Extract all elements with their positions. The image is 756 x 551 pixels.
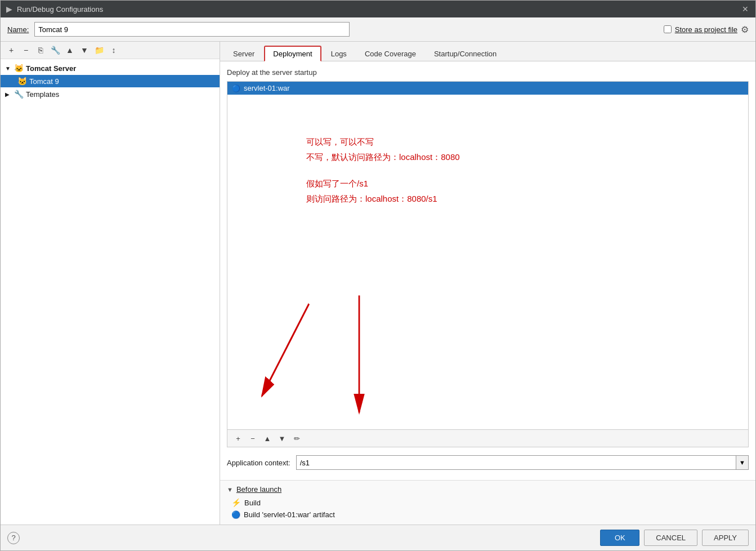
cancel-button[interactable]: CANCEL bbox=[644, 530, 697, 546]
move-down-button[interactable]: ▼ bbox=[78, 44, 91, 56]
deploy-toolbar: + − ▲ ▼ ✏ bbox=[227, 429, 748, 447]
run-debug-window: ▶ Run/Debug Configurations ✕ Name: Store… bbox=[0, 0, 756, 551]
copy-config-button[interactable]: ⎘ bbox=[34, 44, 47, 56]
svg-line-1 bbox=[262, 304, 309, 396]
before-launch-header: ▼ Before launch bbox=[227, 485, 749, 494]
artifact-icon: 🔵 bbox=[232, 85, 240, 92]
before-launch-section: ▼ Before launch ⚡ Build 🔵 Build 'servlet… bbox=[220, 480, 755, 525]
tab-startup-connection[interactable]: Startup/Connection bbox=[426, 46, 505, 61]
deploy-edit-button[interactable]: ✏ bbox=[290, 432, 303, 445]
left-panel: + − ⎘ 🔧 ▲ ▼ 📁 ↕ ▼ 🐱 Tomcat Server bbox=[1, 42, 220, 525]
before-launch-build-label: Build bbox=[244, 499, 261, 507]
tab-deployment[interactable]: Deployment bbox=[264, 46, 321, 61]
right-panel: Server Deployment Logs Code Coverage Sta… bbox=[220, 42, 755, 525]
templates-expand-arrow: ▶ bbox=[5, 91, 12, 97]
tomcat-server-icon: 🐱 bbox=[14, 64, 24, 73]
folder-button[interactable]: 📁 bbox=[93, 44, 105, 56]
artifact-build-icon: 🔵 bbox=[231, 510, 240, 519]
expand-arrow: ▼ bbox=[5, 65, 12, 72]
app-context-input-wrapper: ▼ bbox=[296, 455, 749, 470]
annotation-line-3: 假如写了一个/s1 bbox=[306, 176, 460, 191]
tomcat9-icon: 🐱 bbox=[17, 77, 27, 86]
tomcat-server-group[interactable]: ▼ 🐱 Tomcat Server bbox=[1, 61, 220, 75]
tomcat9-item[interactable]: 🐱 Tomcat 9 bbox=[1, 75, 220, 87]
name-input[interactable] bbox=[34, 22, 350, 37]
annotation-area: 可以写，可以不写 不写，默认访问路径为：localhost：8080 假如写了一… bbox=[227, 95, 748, 429]
title-bar: ▶ Run/Debug Configurations ✕ bbox=[1, 1, 755, 17]
app-context-row: Application context: ▼ bbox=[227, 452, 749, 473]
bottom-bar: ? OK CANCEL APPLY bbox=[1, 525, 755, 550]
apply-button[interactable]: APPLY bbox=[702, 530, 749, 546]
main-content: + − ⎘ 🔧 ▲ ▼ 📁 ↕ ▼ 🐱 Tomcat Server bbox=[1, 42, 755, 525]
annotation-text: 可以写，可以不写 不写，默认访问路径为：localhost：8080 假如写了一… bbox=[306, 134, 460, 206]
before-launch-artifact-label: Build 'servlet-01:war' artifact bbox=[244, 510, 335, 519]
top-bar: Name: Store as project file ⚙ bbox=[1, 17, 755, 42]
store-project-checkbox[interactable] bbox=[664, 25, 672, 33]
deploy-list-item[interactable]: 🔵 servlet-01:war bbox=[227, 82, 748, 95]
add-config-button[interactable]: + bbox=[5, 44, 17, 56]
ok-button[interactable]: OK bbox=[600, 530, 639, 546]
move-up-button[interactable]: ▲ bbox=[64, 44, 76, 56]
wrench-button[interactable]: 🔧 bbox=[49, 44, 61, 56]
help-button[interactable]: ? bbox=[7, 532, 20, 544]
window-controls: ✕ bbox=[741, 5, 750, 14]
close-button[interactable]: ✕ bbox=[741, 5, 750, 14]
deployment-content: Deploy at the server startup 🔵 servlet-0… bbox=[220, 61, 755, 480]
tomcat-server-label: Tomcat Server bbox=[26, 64, 76, 73]
tabs-bar: Server Deployment Logs Code Coverage Sta… bbox=[220, 42, 755, 61]
deploy-down-button[interactable]: ▼ bbox=[276, 432, 288, 445]
gear-icon-button[interactable]: ⚙ bbox=[741, 24, 749, 35]
templates-icon: 🔧 bbox=[14, 90, 24, 99]
deploy-list-area[interactable]: 🔵 servlet-01:war 可以写，可以不写 不写，默认访问路径为：loc… bbox=[227, 81, 749, 447]
bottom-buttons: OK CANCEL APPLY bbox=[600, 530, 749, 546]
deploy-item-label: servlet-01:war bbox=[244, 84, 290, 92]
name-label: Name: bbox=[7, 25, 29, 34]
deploy-remove-button[interactable]: − bbox=[247, 432, 259, 445]
app-context-input[interactable] bbox=[297, 456, 736, 469]
tab-code-coverage[interactable]: Code Coverage bbox=[356, 46, 424, 61]
store-project-label: Store as project file bbox=[675, 25, 737, 34]
app-context-dropdown-button[interactable]: ▼ bbox=[736, 456, 748, 469]
before-launch-collapse-arrow[interactable]: ▼ bbox=[227, 486, 233, 493]
tab-logs[interactable]: Logs bbox=[323, 46, 355, 61]
build-icon: ⚡ bbox=[231, 498, 241, 507]
templates-label: Templates bbox=[26, 90, 59, 99]
deploy-label: Deploy at the server startup bbox=[227, 68, 749, 77]
sort-button[interactable]: ↕ bbox=[108, 44, 120, 56]
templates-item[interactable]: ▶ 🔧 Templates bbox=[1, 87, 220, 101]
before-launch-title: Before launch bbox=[236, 485, 281, 494]
arrows-svg bbox=[227, 95, 748, 429]
annotation-line-4: 则访问路径为：localhost：8080/s1 bbox=[306, 191, 460, 206]
annotation-line-1: 可以写，可以不写 bbox=[306, 134, 460, 149]
deploy-up-button[interactable]: ▲ bbox=[261, 432, 274, 445]
before-launch-item-artifact: 🔵 Build 'servlet-01:war' artifact bbox=[229, 509, 749, 520]
tab-server[interactable]: Server bbox=[225, 46, 263, 61]
annotation-line-2: 不写，默认访问路径为：localhost：8080 bbox=[306, 149, 460, 165]
window-title: Run/Debug Configurations bbox=[17, 5, 103, 14]
tomcat9-label: Tomcat 9 bbox=[29, 77, 59, 86]
before-launch-item-build: ⚡ Build bbox=[229, 497, 749, 508]
before-launch-list: ⚡ Build 🔵 Build 'servlet-01:war' artifac… bbox=[227, 497, 749, 520]
tree-area: ▼ 🐱 Tomcat Server 🐱 Tomcat 9 ▶ 🔧 Templat… bbox=[1, 59, 220, 525]
remove-config-button[interactable]: − bbox=[20, 44, 32, 56]
store-project-area: Store as project file ⚙ bbox=[664, 24, 749, 35]
app-context-label: Application context: bbox=[227, 459, 290, 467]
left-toolbar: + − ⎘ 🔧 ▲ ▼ 📁 ↕ bbox=[1, 42, 220, 59]
window-body: Name: Store as project file ⚙ + − ⎘ 🔧 ▲ … bbox=[1, 17, 755, 550]
deploy-add-button[interactable]: + bbox=[232, 432, 244, 445]
